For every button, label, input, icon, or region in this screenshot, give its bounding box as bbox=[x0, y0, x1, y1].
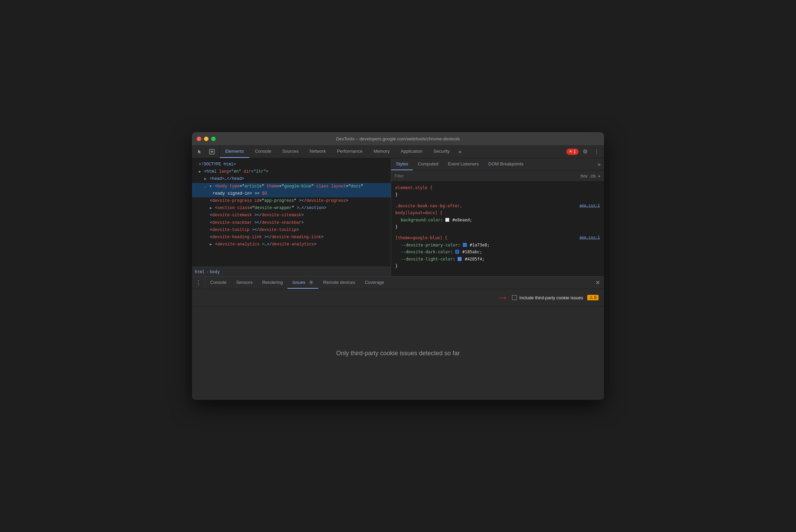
toolbar-right-actions: ✕ 1 ⚙ ⋮ bbox=[564, 145, 604, 158]
dom-devsite-sitemask[interactable]: <devsite-sitemask ></devsite-sitemask> bbox=[192, 212, 391, 219]
swatch-1a73e8 bbox=[463, 243, 467, 247]
issues-toolbar-content: → Include third-party cookie issues ⚠ 0 bbox=[498, 292, 599, 303]
minimize-button[interactable] bbox=[204, 137, 208, 141]
tab-event-listeners[interactable]: Event Listeners bbox=[443, 158, 484, 170]
drawer-menu-icon[interactable]: ⋮ bbox=[192, 277, 205, 289]
tab-console[interactable]: Console bbox=[249, 145, 277, 158]
more-menu-icon[interactable]: ⋮ bbox=[592, 147, 601, 156]
filter-controls: :hov .cls + bbox=[580, 173, 601, 179]
traffic-lights bbox=[197, 137, 216, 141]
css-source-1[interactable]: app.css:1 bbox=[579, 203, 600, 209]
dom-html-tag[interactable]: ▶ <html lang="en" dir="ltr"> bbox=[192, 168, 391, 175]
tab-elements[interactable]: Elements bbox=[220, 145, 249, 158]
bottom-drawer: ⋮ Console Sensors Rendering Issues ✕ Rem… bbox=[192, 276, 604, 400]
svg-rect-2 bbox=[212, 150, 212, 153]
dom-devsite-tooltip[interactable]: <devsite-tooltip ></devsite-tooltip> bbox=[192, 227, 391, 234]
third-party-label: Include third-party cookie issues bbox=[520, 295, 583, 300]
drawer-tab-coverage[interactable]: Coverage bbox=[360, 277, 389, 289]
error-badge[interactable]: ✕ 1 bbox=[566, 149, 579, 155]
settings-icon[interactable]: ⚙ bbox=[581, 147, 590, 156]
swatch-4285f4 bbox=[458, 257, 462, 261]
css-prop-bg-color: background-color: #e8eaed; bbox=[395, 217, 600, 223]
tab-dom-breakpoints[interactable]: DOM Breakpoints bbox=[484, 158, 528, 170]
css-rule-header: element.style { bbox=[395, 184, 600, 191]
css-prop-light: --devsite-light-color: #4285f4; bbox=[395, 256, 600, 263]
expand-body-icon[interactable]: ▼ bbox=[209, 185, 212, 188]
inspect-icon[interactable] bbox=[207, 148, 217, 156]
red-arrow-icon: → bbox=[497, 292, 509, 303]
filter-cls-button[interactable]: .cls bbox=[590, 174, 596, 178]
css-rule-devsite-book: app.css:1 .devsite-book-nav-bg:after, bo… bbox=[395, 203, 600, 231]
issues-warning-count: 0 bbox=[594, 295, 596, 300]
drawer-tab-bar: ⋮ Console Sensors Rendering Issues ✕ Rem… bbox=[192, 277, 604, 289]
filter-add-button[interactable]: + bbox=[598, 173, 601, 179]
devtools-window: DevTools – developers.google.com/web/too… bbox=[192, 132, 604, 400]
tab-computed[interactable]: Computed bbox=[413, 158, 443, 170]
dom-devsite-heading-link[interactable]: <devsite-heading-link ></devsite-heading… bbox=[192, 234, 391, 241]
window-title: DevTools – developers.google.com/web/too… bbox=[336, 136, 460, 141]
styles-more-tabs[interactable]: » bbox=[594, 158, 604, 170]
breadcrumb-body[interactable]: body bbox=[210, 269, 220, 274]
dom-tree[interactable]: <!DOCTYPE html> ▶ <html lang="en" dir="l… bbox=[192, 158, 391, 267]
issues-tab-close-icon[interactable]: ✕ bbox=[309, 280, 314, 285]
tab-memory[interactable]: Memory bbox=[368, 145, 395, 158]
expand-analytics-icon[interactable]: ▶ bbox=[210, 243, 212, 246]
error-count: 1 bbox=[573, 149, 576, 154]
third-party-checkbox[interactable] bbox=[512, 295, 517, 300]
breadcrumb: html › body bbox=[192, 267, 391, 276]
issues-warning-badge: ⚠ 0 bbox=[587, 295, 599, 300]
tab-network[interactable]: Network bbox=[304, 145, 332, 158]
dom-doctype: <!DOCTYPE html> bbox=[192, 161, 391, 168]
devtools-toolbar: Elements Console Sources Network Perform… bbox=[192, 145, 604, 158]
devtools-main-area: <!DOCTYPE html> ▶ <html lang="en" dir="l… bbox=[192, 158, 604, 276]
title-bar: DevTools – developers.google.com/web/too… bbox=[192, 132, 604, 145]
drawer-tab-rendering[interactable]: Rendering bbox=[257, 277, 287, 289]
filter-hov-button[interactable]: :hov bbox=[580, 174, 588, 178]
devtools-icon-group bbox=[192, 145, 220, 158]
css-prop-primary: --devsite-primary-color: #1a73e8; bbox=[395, 242, 600, 248]
drawer-tab-sensors[interactable]: Sensors bbox=[231, 277, 258, 289]
cursor-icon[interactable] bbox=[195, 148, 204, 156]
maximize-button[interactable] bbox=[211, 137, 216, 141]
dom-devsite-snackbar[interactable]: <devsite-snackbar ></devsite-snackbar> bbox=[192, 219, 391, 227]
tab-styles[interactable]: Styles bbox=[391, 158, 413, 170]
dom-head-collapsed[interactable]: ▶ <head>…</head> bbox=[192, 175, 391, 183]
tab-performance[interactable]: Performance bbox=[331, 145, 368, 158]
styles-content: element.style { } app.css:1 .devsite-boo… bbox=[391, 182, 604, 276]
expand-section-icon[interactable]: ▶ bbox=[210, 206, 212, 210]
expand-head-icon[interactable]: ▶ bbox=[204, 177, 206, 181]
tab-sources[interactable]: Sources bbox=[277, 145, 304, 158]
styles-filter-input[interactable] bbox=[395, 174, 577, 178]
drawer-close-icon[interactable]: ✕ bbox=[591, 277, 604, 289]
issues-toolbar: → Include third-party cookie issues ⚠ 0 bbox=[192, 289, 604, 307]
css-rule-close: } bbox=[395, 191, 600, 198]
dom-panel: <!DOCTYPE html> ▶ <html lang="en" dir="l… bbox=[192, 158, 391, 276]
selected-indicator: … bbox=[204, 185, 206, 188]
issues-empty-state: Only third-party cookie issues detected … bbox=[192, 307, 604, 400]
issues-empty-message: Only third-party cookie issues detected … bbox=[336, 350, 460, 357]
styles-panel: Styles Computed Event Listeners DOM Brea… bbox=[391, 158, 604, 276]
css-rule-element-style: element.style { } bbox=[395, 184, 600, 198]
third-party-checkbox-group: Include third-party cookie issues bbox=[512, 295, 583, 300]
drawer-tab-console[interactable]: Console bbox=[205, 277, 231, 289]
css-rule-close-theme: } bbox=[395, 263, 600, 269]
tab-application[interactable]: Application bbox=[395, 145, 428, 158]
drawer-tab-remote-devices[interactable]: Remote devices bbox=[318, 277, 360, 289]
swatch-e8eaed bbox=[445, 218, 449, 222]
tab-security[interactable]: Security bbox=[428, 145, 455, 158]
devtools-tab-list: Elements Console Sources Network Perform… bbox=[220, 145, 564, 158]
close-button[interactable] bbox=[197, 137, 201, 141]
dom-section-collapsed[interactable]: ▶ <section class="devsite-wrapper" >…</s… bbox=[192, 205, 391, 212]
warning-icon: ⚠ bbox=[589, 295, 593, 300]
css-rule-header: app.css:1 .devsite-book-nav-bg:after, bbox=[395, 203, 600, 209]
dom-body-tag-cont[interactable]: ready signed-in> == $0 bbox=[192, 190, 391, 197]
drawer-tab-issues[interactable]: Issues ✕ bbox=[287, 277, 318, 289]
css-source-2[interactable]: app.css:1 bbox=[579, 234, 600, 241]
more-tabs-button[interactable]: » bbox=[455, 145, 465, 158]
breadcrumb-html[interactable]: html bbox=[195, 269, 205, 274]
dom-body-tag[interactable]: … ▼ <body type="article" theme="google-b… bbox=[192, 183, 391, 190]
dom-devsite-progress[interactable]: <devsite-progress id="app-progress" ></d… bbox=[192, 197, 391, 205]
dom-devsite-analytics[interactable]: ▶ <devsite-analytics >…</devsite-analyti… bbox=[192, 241, 391, 248]
css-rule-theme: app.css:1 [theme=google-blue] { --devsit… bbox=[395, 234, 600, 269]
collapse-html-icon[interactable]: ▶ bbox=[199, 170, 201, 174]
